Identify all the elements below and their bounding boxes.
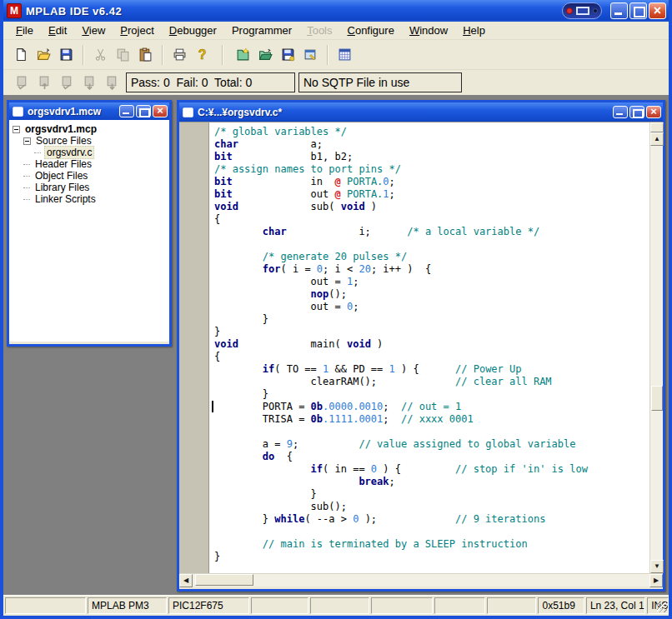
blank-check-button: [78, 72, 99, 93]
editor-close-button[interactable]: [646, 106, 661, 118]
code-line: }: [214, 388, 649, 401]
tree-connector-line: [23, 187, 30, 188]
menu-item-help[interactable]: Help: [455, 22, 493, 38]
menu-item-tools: Tools: [299, 22, 339, 38]
cut-button: [90, 44, 111, 65]
tree-item-label: Source Files: [34, 135, 93, 147]
new-file-button[interactable]: [11, 44, 32, 65]
minimize-button[interactable]: [610, 2, 628, 19]
help-button[interactable]: ?: [192, 44, 213, 65]
project-maximize-button[interactable]: [136, 105, 151, 117]
toolbar-group: [232, 44, 322, 65]
menu-bar: FileEditViewProjectDebuggerProgrammerToo…: [3, 22, 669, 40]
read-device-icon: [38, 76, 51, 89]
toolbar-separator: [83, 45, 84, 65]
editor-gutter: [179, 122, 209, 573]
tree-item-orgsvdrv-c[interactable]: orgsvdrv.c: [9, 147, 169, 158]
status-cursor-position: Ln 23, Col 1: [586, 597, 645, 614]
close-button[interactable]: [649, 2, 666, 19]
tree-item-library-files[interactable]: Library Files: [9, 182, 169, 193]
horizontal-scrollbar[interactable]: [179, 573, 663, 587]
tree-expander-icon[interactable]: [13, 126, 20, 133]
code-line: }: [214, 488, 649, 501]
scroll-left-icon[interactable]: [179, 574, 193, 587]
erase-device-button: [101, 72, 122, 93]
toolbar-group: ?: [168, 44, 213, 65]
code-editor-area[interactable]: /* global variables */char a;bit b1, b2;…: [209, 122, 649, 573]
editor-minimize-button[interactable]: [613, 106, 628, 118]
horizontal-scroll-track[interactable]: [193, 574, 649, 587]
text-caret: [212, 401, 213, 412]
project-minimize-button[interactable]: [119, 105, 134, 117]
maximize-button[interactable]: [629, 2, 647, 19]
tree-item-orgsvdrv1-mcp[interactable]: orgsvdrv1.mcp: [9, 123, 169, 135]
menu-item-edit[interactable]: Edit: [41, 22, 74, 38]
menu-item-view[interactable]: View: [74, 22, 113, 38]
project-close-button[interactable]: [153, 105, 168, 117]
menu-item-configure[interactable]: Configure: [340, 22, 402, 38]
save-file-button[interactable]: [56, 44, 77, 65]
status-insert-mode: INS: [647, 597, 669, 614]
save-workspace-button[interactable]: [278, 44, 298, 65]
new-project-button[interactable]: [233, 44, 253, 65]
help-icon: ?: [195, 47, 209, 62]
tree-connector-line: [23, 199, 30, 200]
tree-item-label: orgsvdrv1.mcp: [23, 123, 98, 135]
tree-item-header-files[interactable]: Header Files: [9, 158, 169, 170]
project-tree[interactable]: orgsvdrv1.mcpSource Filesorgsvdrv.cHeade…: [9, 120, 169, 342]
copy-button: [113, 44, 133, 65]
editor-body: /* global variables */char a;bit b1, b2;…: [179, 122, 663, 587]
code-line: } while( --a > 0 ); // 9 iterations: [214, 513, 649, 526]
code-line: out = 0;: [214, 301, 649, 313]
tree-item-object-files[interactable]: Object Files: [9, 170, 169, 182]
scroll-down-icon[interactable]: [650, 560, 664, 573]
menu-item-project[interactable]: Project: [113, 22, 161, 38]
code-line: do {: [214, 451, 649, 463]
menu-item-programmer[interactable]: Programmer: [224, 22, 299, 38]
status-empty-6: [487, 597, 536, 614]
vertical-scroll-track[interactable]: [650, 146, 663, 560]
scroll-up-icon[interactable]: [650, 132, 664, 146]
tree-item-linker-scripts[interactable]: Linker Scripts: [9, 193, 169, 205]
tree-item-label: Header Files: [33, 158, 93, 170]
pass-fail-counter: Pass: 0 Fail: 0 Total: 0: [126, 72, 295, 92]
horizontal-scroll-thumb[interactable]: [195, 574, 253, 586]
open-project-button[interactable]: [255, 44, 276, 65]
scroll-right-icon[interactable]: [649, 574, 663, 587]
code-line: sub();: [214, 501, 649, 513]
paste-button[interactable]: [135, 44, 156, 65]
code-line: [214, 526, 649, 538]
mplab-main-window: M MPLAB IDE v6.42 FileEditViewProjectDeb…: [0, 0, 672, 619]
checksum-button[interactable]: [334, 44, 355, 65]
editor-window-titlebar[interactable]: C:¥...¥orgsvdrv.c*: [179, 102, 663, 122]
editor-maximize-button[interactable]: [629, 106, 644, 118]
menu-item-window[interactable]: Window: [402, 22, 455, 38]
build-button[interactable]: [300, 44, 321, 65]
toolbar-group: [89, 44, 157, 65]
open-file-button[interactable]: [33, 44, 54, 65]
programmer-toolbar: Pass: 0 Fail: 0 Total: 0 No SQTP File in…: [3, 70, 669, 95]
main-titlebar[interactable]: M MPLAB IDE v6.42: [3, 0, 669, 22]
toolbar-separator: [222, 45, 223, 65]
tree-item-label: Library Files: [33, 182, 91, 193]
tree-item-label: Object Files: [33, 170, 89, 182]
code-line: a = 9; // value assigned to global varia…: [214, 438, 649, 451]
code-line: bit in @ PORTA.0;: [214, 176, 649, 188]
splitter-box[interactable]: [650, 122, 664, 132]
menu-item-file[interactable]: File: [8, 22, 41, 38]
window-title: MPLAB IDE v6.42: [26, 5, 562, 17]
code-line: void main( void ): [214, 338, 649, 351]
tree-expander-icon[interactable]: [23, 137, 31, 145]
code-line: [214, 426, 649, 438]
vertical-scroll-thumb[interactable]: [651, 386, 663, 411]
status-empty-4: [371, 597, 432, 614]
tray-pill-gadget[interactable]: [562, 2, 602, 19]
project-window-titlebar[interactable]: orgsvdrv1.mcw: [9, 102, 169, 120]
status-empty-5: [434, 597, 485, 614]
copy-icon: [116, 47, 130, 62]
save-workspace-icon: [281, 47, 295, 62]
vertical-scrollbar[interactable]: [649, 122, 663, 573]
print-button[interactable]: [169, 44, 190, 65]
tree-item-source-files[interactable]: Source Files: [9, 135, 169, 147]
menu-item-debugger[interactable]: Debugger: [162, 22, 224, 38]
